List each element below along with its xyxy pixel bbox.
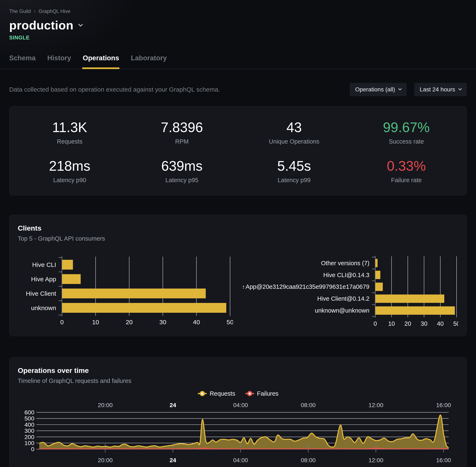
x-tick-label: 0 (373, 320, 377, 326)
operations-over-time-card: Operations over time Timeline of GraphQL… (9, 357, 467, 467)
stat-latency-p99: 5.45sLatency p99 (238, 158, 350, 184)
category-label: Hive Client@0.14.2 (317, 295, 369, 302)
x-tick-label: 50 (453, 320, 458, 326)
clients-card-title: Clients (18, 224, 458, 232)
stat-label: Latency p95 (126, 177, 238, 184)
x-tick-label: 50 (226, 319, 233, 325)
tab-laboratory[interactable]: Laboratory (131, 54, 167, 69)
bar-hive-client-0-14-2 (375, 294, 444, 303)
x-tick-label-top: 20:00 (98, 402, 113, 408)
stat-value: 5.45s (238, 158, 350, 174)
legend-label: Failures (257, 390, 278, 397)
category-label: Other versions (7) (321, 260, 370, 266)
breadcrumb: The Guild › GraphQL Hive (9, 8, 467, 14)
page-header: The Guild › GraphQL Hive production SING… (0, 0, 476, 41)
breadcrumb-project-link[interactable]: GraphQL Hive (39, 8, 71, 14)
x-tick-label: 10 (388, 320, 395, 326)
x-tick-label: 30 (159, 319, 166, 325)
stat-value: 11.3K (13, 119, 126, 135)
x-tick-label-top: 04:00 (233, 402, 248, 408)
timeline-legend: RequestsFailures (18, 390, 458, 397)
legend-item-failures[interactable]: Failures (245, 390, 278, 397)
x-tick-label: 0 (60, 319, 64, 325)
x-tick-label: 20 (126, 319, 132, 325)
legend-label: Requests (210, 390, 235, 397)
operations-dashboard-page: The Guild › GraphQL Hive production SING… (0, 0, 476, 467)
bar-unknown (62, 303, 226, 313)
y-tick-label: 300 (25, 427, 34, 434)
x-tick-label: 20 (404, 320, 411, 326)
tab-operations[interactable]: Operations (83, 54, 119, 69)
y-tick-label: 100 (25, 440, 34, 446)
stat-value: 7.8396 (126, 119, 238, 135)
tab-history[interactable]: History (47, 54, 71, 69)
breadcrumb-org-link[interactable]: The Guild (9, 8, 31, 14)
x-tick-label-bottom: 12:00 (369, 457, 383, 464)
category-label: Hive CLI@0.14.3 (323, 272, 369, 278)
legend-item-requests[interactable]: Requests (198, 390, 235, 397)
bar-other-versions-7- (375, 259, 377, 267)
stats-summary-card: 11.3KRequests7.8396RPM43Unique Operation… (9, 106, 467, 195)
stat-unique-operations: 43Unique Operations (238, 119, 350, 145)
stat-latency-p90: 218msLatency p90 (13, 158, 126, 184)
requests-area (39, 415, 449, 449)
category-label: Hive Client (26, 290, 56, 297)
stat-label: Latency p99 (238, 177, 350, 184)
x-tick-label-bottom: 16:00 (436, 457, 451, 464)
bar-hive-cli-0-14-3 (375, 271, 380, 279)
x-tick-label-bottom: 20:00 (98, 457, 113, 464)
stat-label: Unique Operations (238, 138, 350, 145)
period-filter-dropdown[interactable]: Last 24 hours (414, 83, 467, 96)
stat-requests: 11.3KRequests (13, 119, 126, 145)
category-label: unknown@unknown (315, 307, 369, 314)
x-tick-label: 40 (193, 319, 200, 325)
stat-label: Latency p90 (13, 177, 126, 184)
x-tick-label-top: 08:00 (301, 402, 316, 408)
x-tick-label-top: 24 (170, 402, 176, 408)
stat-value: 218ms (13, 158, 126, 174)
x-tick-label-bottom: 08:00 (301, 457, 316, 464)
x-tick-label-bottom: 24 (170, 457, 176, 464)
stat-label: Failure rate (350, 177, 463, 184)
stat-latency-p95: 639msLatency p95 (126, 158, 238, 184)
category-label: Hive App@20e3129caa921c35e9979631e17a067… (243, 283, 369, 290)
stat-label: Success rate (350, 138, 463, 145)
y-tick-label: 600 (25, 409, 34, 416)
y-tick-label: 500 (25, 415, 34, 422)
x-tick-label-top: 16:00 (436, 402, 451, 408)
operations-filter-label: Operations (all) (355, 86, 395, 93)
bar-hive-app-20e3129caa921c35e9979631e17a0679 (375, 283, 383, 291)
legend-marker-icon (198, 390, 207, 397)
chevron-down-icon[interactable] (78, 22, 83, 27)
chevron-down-icon (398, 87, 402, 90)
stat-label: RPM (126, 138, 238, 145)
stats-grid: 11.3KRequests7.8396RPM43Unique Operation… (13, 119, 463, 184)
category-label: Hive CLI (32, 261, 56, 268)
x-tick-label: 40 (437, 320, 444, 326)
category-label: unknown (31, 304, 56, 311)
stat-rpm: 7.8396RPM (126, 119, 238, 145)
x-tick-label-bottom: 04:00 (233, 457, 248, 464)
stat-value: 99.67% (350, 119, 463, 135)
tab-bar: SchemaHistoryOperationsLaboratory (0, 54, 476, 69)
y-tick-label: 400 (25, 421, 34, 428)
y-tick-label: 200 (25, 433, 34, 440)
period-filter-label: Last 24 hours (420, 86, 455, 93)
bar-hive-client (62, 289, 206, 298)
stat-success-rate: 99.67%Success rate (350, 119, 463, 145)
page-title: production (9, 18, 74, 32)
stat-label: Requests (13, 138, 126, 145)
operations-filter-dropdown[interactable]: Operations (all) (350, 83, 407, 96)
breadcrumb-separator-icon: › (34, 8, 36, 14)
bar-hive-app (62, 274, 81, 284)
tab-schema[interactable]: Schema (9, 54, 36, 69)
stat-value: 0.33% (350, 158, 463, 174)
x-tick-label: 10 (92, 319, 99, 325)
target-type-badge: SINGLE (9, 35, 467, 41)
operations-card-title: Operations over time (18, 366, 458, 375)
toolbar: Data collected based on operation execut… (0, 83, 476, 96)
bar-hive-cli (62, 260, 73, 270)
y-tick-label: 0 (31, 446, 34, 452)
x-tick-label: 30 (421, 320, 427, 326)
x-tick-label-top: 12:00 (369, 402, 383, 408)
